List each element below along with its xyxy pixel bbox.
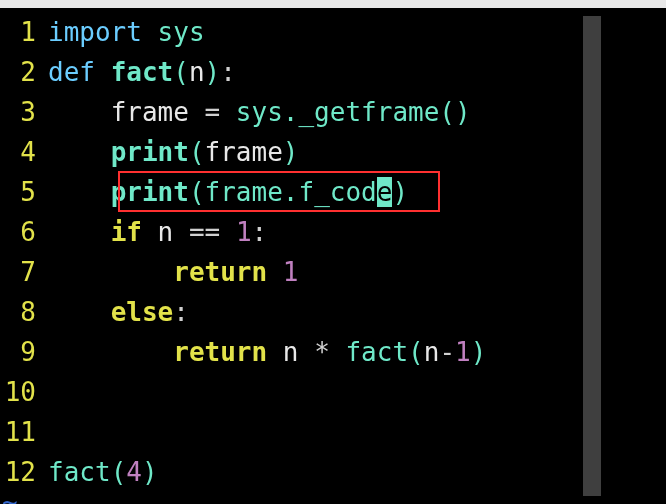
token: frame.f_cod: [205, 177, 377, 207]
code-content: frame = sys._getframe(): [48, 92, 666, 132]
token: :: [220, 57, 236, 87]
token: fact: [111, 57, 174, 87]
token: =: [205, 97, 221, 127]
line-number: 1: [0, 12, 48, 52]
code-line[interactable]: 12fact(4): [0, 452, 666, 492]
token: frame: [111, 97, 205, 127]
token: frame: [205, 137, 283, 167]
token: 1: [236, 217, 252, 247]
code-content: import sys: [48, 12, 666, 52]
line-number: 6: [0, 212, 48, 252]
token: (): [439, 97, 470, 127]
token: ): [142, 457, 158, 487]
token: [220, 217, 236, 247]
token: :: [173, 297, 189, 327]
window-title-bar: [0, 0, 666, 8]
line-number: 4: [0, 132, 48, 172]
token: [48, 137, 111, 167]
token: ): [471, 337, 487, 367]
code-content: [48, 412, 666, 452]
code-line[interactable]: 3 frame = sys._getframe(): [0, 92, 666, 132]
token: (: [173, 57, 189, 87]
line-number: 12: [0, 452, 48, 492]
token: n: [424, 337, 440, 367]
token: (: [189, 137, 205, 167]
token: print: [111, 137, 189, 167]
code-content: if n == 1:: [48, 212, 666, 252]
token: (: [189, 177, 205, 207]
code-editor[interactable]: 1import sys2def fact(n):3 frame = sys._g…: [0, 8, 666, 504]
line-number: 2: [0, 52, 48, 92]
code-line[interactable]: 10: [0, 372, 666, 412]
token: print: [111, 177, 189, 207]
token: e: [377, 177, 393, 207]
line-number: 3: [0, 92, 48, 132]
token: ): [392, 177, 408, 207]
line-number: 9: [0, 332, 48, 372]
code-content: fact(4): [48, 452, 666, 492]
token: [95, 57, 111, 87]
token: :: [252, 217, 268, 247]
token: ): [205, 57, 221, 87]
code-line[interactable]: 9 return n * fact(n-1): [0, 332, 666, 372]
token: fact: [330, 337, 408, 367]
code-line[interactable]: 4 print(frame): [0, 132, 666, 172]
token: else: [111, 297, 174, 327]
token: *: [314, 337, 330, 367]
token: [48, 177, 111, 207]
code-content: print(frame): [48, 132, 666, 172]
line-number: 10: [0, 372, 48, 412]
token: 1: [283, 257, 299, 287]
code-content: return 1: [48, 252, 666, 292]
token: ==: [189, 217, 220, 247]
code-line[interactable]: 6 if n == 1:: [0, 212, 666, 252]
line-number: 5: [0, 172, 48, 212]
token: [48, 337, 173, 367]
code-content: def fact(n):: [48, 52, 666, 92]
token: fact: [48, 457, 111, 487]
code-line[interactable]: 11: [0, 412, 666, 452]
token: [267, 257, 283, 287]
token: [48, 217, 111, 247]
token: return: [173, 337, 267, 367]
line-number: 8: [0, 292, 48, 332]
code-line[interactable]: 1import sys: [0, 12, 666, 52]
code-content: else:: [48, 292, 666, 332]
code-line[interactable]: 8 else:: [0, 292, 666, 332]
token: def: [48, 57, 95, 87]
code-line[interactable]: 2def fact(n):: [0, 52, 666, 92]
token: [48, 297, 111, 327]
token: [48, 97, 111, 127]
token: import: [48, 17, 142, 47]
token: n: [189, 57, 205, 87]
code-lines: 1import sys2def fact(n):3 frame = sys._g…: [0, 12, 666, 492]
token: sys: [158, 17, 205, 47]
code-content: print(frame.f_code): [48, 172, 666, 212]
token: if: [111, 217, 142, 247]
token: [142, 17, 158, 47]
token: 1: [455, 337, 471, 367]
token: [48, 257, 173, 287]
token: -: [439, 337, 455, 367]
token: ): [283, 137, 299, 167]
code-line[interactable]: 5 print(frame.f_code): [0, 172, 666, 212]
line-number: 7: [0, 252, 48, 292]
token: sys._getframe: [220, 97, 439, 127]
code-content: return n * fact(n-1): [48, 332, 666, 372]
code-content: [48, 372, 666, 412]
token: 4: [126, 457, 142, 487]
token: (: [408, 337, 424, 367]
empty-line-tilde: ~: [0, 492, 666, 504]
line-number: 11: [0, 412, 48, 452]
token: (: [111, 457, 127, 487]
token: n: [267, 337, 314, 367]
token: return: [173, 257, 267, 287]
token: n: [142, 217, 189, 247]
code-line[interactable]: 7 return 1: [0, 252, 666, 292]
